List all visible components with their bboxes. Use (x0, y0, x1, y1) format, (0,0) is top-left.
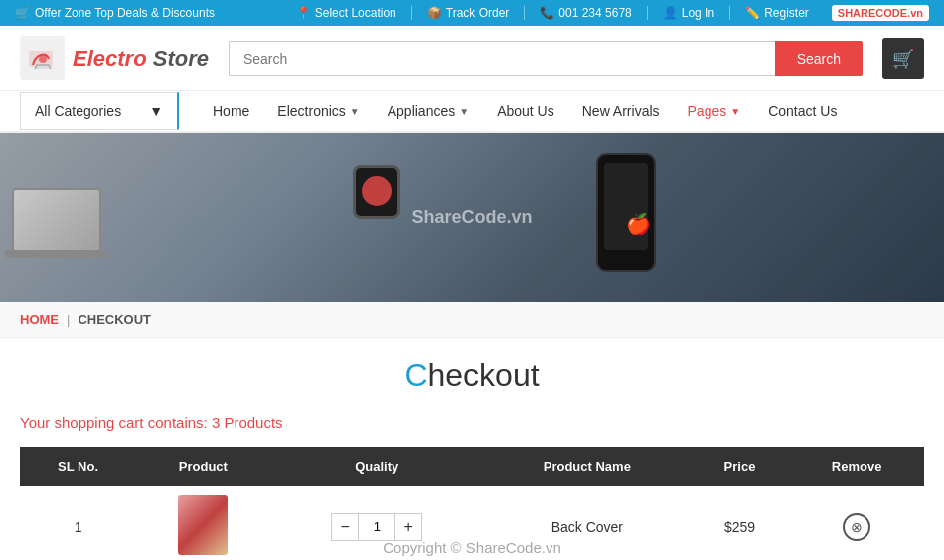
search-button[interactable]: Search (775, 41, 863, 76)
divider-4 (729, 6, 730, 20)
svg-point-1 (39, 55, 47, 63)
nav-label-about: About Us (497, 103, 554, 119)
row1-price: $259 (691, 486, 790, 560)
sharecode-badge: SHARECODE.vn (832, 5, 929, 21)
hero-banner: 🍎 ShareCode.vn (0, 133, 944, 302)
appliances-arrow-icon: ▼ (459, 106, 469, 117)
title-c-letter: C (404, 357, 427, 393)
row1-qty-decrease[interactable]: − (331, 513, 359, 541)
table-head: SL No. Product Quality Product Name Pric… (20, 447, 924, 486)
nav-label-pages: Pages (688, 103, 727, 119)
categories-dropdown[interactable]: All Categories ▼ (20, 92, 179, 130)
phone-number: 📞 001 234 5678 (540, 6, 631, 20)
row1-quality: − + (270, 486, 484, 560)
logo[interactable]: Electro Store (20, 36, 209, 80)
divider-3 (647, 6, 648, 20)
nav-label-home: Home (213, 103, 249, 119)
breadcrumb: HOME | CHECKOUT (0, 302, 944, 338)
phone-screen (604, 163, 648, 250)
select-location[interactable]: 📍 Select Location (296, 6, 396, 20)
nav-item-appliances[interactable]: Appliances ▼ (374, 91, 483, 131)
categories-label: All Categories (35, 103, 121, 119)
col-quality: Quality (270, 447, 484, 486)
electronics-arrow-icon: ▼ (350, 106, 360, 117)
checkout-table: SL No. Product Quality Product Name Pric… (20, 447, 924, 560)
cart-icon: 🛒 (892, 48, 914, 70)
divider-1 (411, 6, 412, 20)
navbar: All Categories ▼ Home Electronics ▼ Appl… (0, 91, 944, 133)
row1-sl: 1 (20, 486, 136, 560)
remove-x-icon: ⊗ (851, 519, 863, 535)
register-icon: ✏️ (745, 6, 760, 20)
col-product: Product (136, 447, 270, 486)
offer-icon: 🛒 (15, 6, 30, 20)
phone-icon: 📞 (540, 6, 554, 20)
track-icon: 📦 (427, 6, 442, 20)
title-rest: heckout (428, 357, 540, 393)
logo-text: Electro Store (73, 46, 209, 71)
smartwatch-device (353, 165, 400, 219)
table-header-row: SL No. Product Quality Product Name Pric… (20, 447, 924, 486)
row1-product-image (178, 495, 228, 555)
main-content: Checkout Your shopping cart contains: 3 … (0, 338, 944, 560)
apple-logo-icon: 🍎 (626, 212, 651, 236)
divider-2 (524, 6, 525, 20)
breadcrumb-divider: | (67, 312, 70, 327)
page-title: Checkout (20, 357, 924, 394)
row1-qty-increase[interactable]: + (394, 513, 422, 541)
nav-label-appliances: Appliances (388, 103, 456, 119)
laptop-base (5, 250, 108, 258)
nav-item-home[interactable]: Home (199, 91, 263, 131)
top-bar-actions: 📍 Select Location 📦 Track Order 📞 001 23… (296, 5, 929, 21)
header: Electro Store Search 🛒 (0, 26, 944, 91)
pages-arrow-icon: ▼ (730, 106, 740, 117)
page-title-wrap: Checkout (20, 357, 924, 394)
offer-text: Offer Zone Top Deals & Discounts (35, 6, 215, 20)
hero-overlay (0, 133, 944, 302)
dropdown-arrow-icon: ▼ (149, 103, 163, 119)
row1-product-name: Back Cover (484, 486, 691, 560)
top-bar-offer: 🛒 Offer Zone Top Deals & Discounts (15, 6, 215, 20)
checkout-table-wrapper: SL No. Product Quality Product Name Pric… (20, 447, 924, 560)
laptop-device (12, 188, 101, 252)
watch-face (362, 176, 392, 206)
nav-links: Home Electronics ▼ Appliances ▼ About Us… (199, 91, 924, 131)
table-row: 1 − + Back Cover $259 (20, 486, 924, 560)
col-product-name: Product Name (484, 447, 691, 486)
nav-label-electronics: Electronics (277, 103, 345, 119)
cart-info: Your shopping cart contains: 3 Products (20, 414, 924, 431)
breadcrumb-current: CHECKOUT (78, 312, 151, 327)
table-body: 1 − + Back Cover $259 (20, 486, 924, 560)
row1-qty-input[interactable] (359, 513, 394, 541)
nav-label-contact: Contact Us (768, 103, 837, 119)
row1-remove-button[interactable]: ⊗ (843, 513, 870, 541)
col-sl-no: SL No. (20, 447, 136, 486)
top-bar: 🛒 Offer Zone Top Deals & Discounts 📍 Sel… (0, 0, 944, 26)
nav-label-new-arrivals: New Arrivals (582, 103, 660, 119)
nav-item-contact[interactable]: Contact Us (754, 91, 851, 131)
search-area: Search (229, 41, 863, 76)
user-icon: 👤 (663, 6, 678, 20)
logo-icon (20, 36, 65, 80)
row1-remove: ⊗ (789, 486, 924, 560)
location-icon: 📍 (296, 6, 311, 20)
nav-item-new-arrivals[interactable]: New Arrivals (568, 91, 674, 131)
nav-item-about[interactable]: About Us (483, 91, 568, 131)
row1-qty-control: − + (280, 513, 474, 541)
nav-item-pages[interactable]: Pages ▼ (674, 91, 755, 131)
cart-button[interactable]: 🛒 (882, 38, 924, 79)
col-remove: Remove (789, 447, 924, 486)
logo-svg (27, 43, 59, 74)
register-link[interactable]: ✏️ Register (745, 6, 809, 20)
nav-item-electronics[interactable]: Electronics ▼ (263, 91, 373, 131)
login-link[interactable]: 👤 Log In (663, 6, 714, 20)
col-price: Price (691, 447, 790, 486)
search-input[interactable] (229, 41, 775, 76)
breadcrumb-home[interactable]: HOME (20, 312, 59, 327)
track-order[interactable]: 📦 Track Order (427, 6, 510, 20)
row1-product (136, 486, 270, 560)
